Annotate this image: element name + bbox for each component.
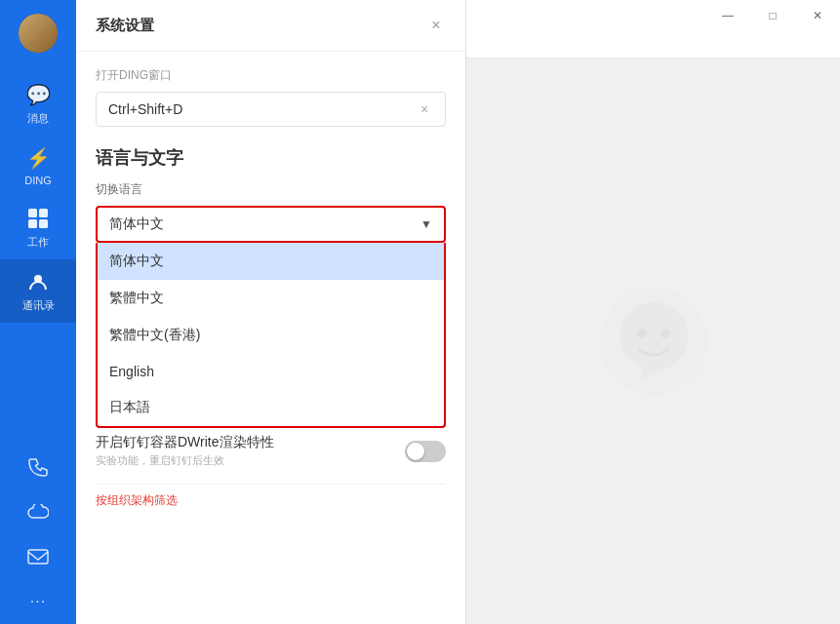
- sidebar-item-contacts[interactable]: 通讯录: [0, 259, 76, 323]
- sidebar-item-work-label: 工作: [27, 235, 49, 250]
- sidebar: 💬 消息 ⚡ DING 工作 通讯录: [0, 0, 76, 624]
- dwrite-toggle-hint: 实验功能，重启钉钉后生效: [96, 453, 274, 468]
- window-close-button[interactable]: ✕: [795, 0, 840, 31]
- sidebar-item-messages[interactable]: 💬 消息: [0, 72, 76, 136]
- svg-rect-0: [28, 209, 37, 217]
- phone-icon: [25, 454, 51, 480]
- sidebar-bottom: ···: [0, 445, 76, 624]
- hotkey-value: Ctrl+Shift+D: [108, 101, 416, 117]
- avatar[interactable]: [19, 14, 58, 53]
- sidebar-item-phone[interactable]: [0, 445, 76, 489]
- sidebar-item-ding[interactable]: ⚡ DING: [0, 136, 76, 196]
- sidebar-item-contacts-label: 通讯录: [22, 298, 55, 313]
- svg-rect-1: [39, 209, 48, 217]
- language-options-list: 简体中文 繁體中文 繁體中文(香港) English 日本語: [96, 243, 446, 428]
- svg-point-8: [660, 329, 670, 338]
- ding-icon: ⚡: [25, 145, 51, 171]
- hotkey-clear-button[interactable]: ×: [416, 100, 433, 118]
- cloud-icon: [25, 499, 51, 525]
- svg-rect-5: [28, 550, 48, 564]
- language-option-traditional-chinese-hk[interactable]: 繁體中文(香港): [98, 317, 444, 354]
- work-icon: [25, 206, 51, 231]
- sidebar-item-mail[interactable]: [0, 534, 76, 579]
- contacts-icon: [25, 269, 51, 294]
- right-area: [466, 58, 840, 624]
- settings-panel: 系统设置 × 打开DING窗口 Ctrl+Shift+D × 语言与文字 切换语…: [76, 0, 466, 624]
- window-controls: — □ ✕: [705, 0, 840, 31]
- language-option-simplified-chinese[interactable]: 简体中文: [98, 243, 444, 280]
- bottom-section-label: 按组织架构筛选: [96, 484, 446, 517]
- dwrite-toggle-label: 开启钉钉容器DWrite渲染特性: [96, 434, 274, 451]
- hotkey-field[interactable]: Ctrl+Shift+D ×: [96, 92, 446, 127]
- sidebar-item-ding-label: DING: [24, 175, 52, 186]
- minimize-button[interactable]: —: [705, 0, 750, 31]
- language-option-english[interactable]: English: [98, 354, 444, 389]
- messages-icon: 💬: [25, 82, 51, 107]
- dwrite-toggle-row: 开启钉钉容器DWrite渲染特性 实验功能，重启钉钉后生效: [96, 434, 446, 468]
- more-icon: ···: [25, 589, 51, 614]
- toggle-knob: [407, 443, 424, 460]
- sidebar-item-work[interactable]: 工作: [0, 196, 76, 259]
- ding-logo: [595, 283, 712, 400]
- main-panel: 🔍 + 系统设置 × 打开DING窗口 Ctrl+Shift+D × 语言与文字…: [76, 0, 840, 624]
- settings-title: 系统设置: [96, 17, 154, 35]
- dropdown-arrow-icon: ▼: [420, 217, 432, 231]
- language-option-traditional-chinese[interactable]: 繁體中文: [98, 280, 444, 317]
- sidebar-item-more[interactable]: ···: [0, 579, 76, 624]
- maximize-button[interactable]: □: [750, 0, 795, 31]
- svg-point-7: [637, 329, 647, 338]
- avatar-image: [19, 14, 58, 53]
- language-option-japanese[interactable]: 日本語: [98, 389, 444, 426]
- svg-rect-2: [28, 219, 37, 228]
- settings-header: 系统设置 ×: [76, 0, 465, 52]
- language-dropdown[interactable]: 简体中文 ▼ 简体中文 繁體中文 繁體中文(香港) English 日本語: [96, 206, 446, 243]
- hotkey-section-label: 打开DING窗口: [96, 67, 446, 84]
- mail-icon: [25, 544, 51, 569]
- svg-rect-3: [39, 219, 48, 228]
- settings-content: 打开DING窗口 Ctrl+Shift+D × 语言与文字 切换语言 简体中文 …: [76, 52, 465, 624]
- sidebar-item-cloud[interactable]: [0, 489, 76, 534]
- language-selected-text: 简体中文: [109, 215, 164, 233]
- dwrite-toggle-text: 开启钉钉容器DWrite渲染特性 实验功能，重启钉钉后生效: [96, 434, 274, 468]
- language-section-title: 语言与文字: [96, 146, 446, 170]
- dwrite-toggle-switch[interactable]: [405, 441, 446, 462]
- language-dropdown-trigger[interactable]: 简体中文 ▼: [96, 206, 446, 243]
- settings-close-button[interactable]: ×: [426, 16, 446, 35]
- language-subsection-label: 切换语言: [96, 181, 446, 198]
- sidebar-item-messages-label: 消息: [27, 111, 49, 126]
